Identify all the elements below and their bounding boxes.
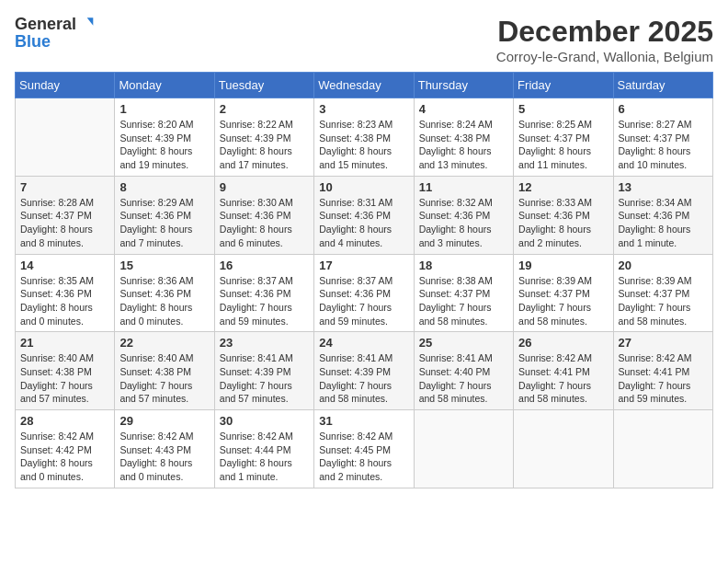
day-number: 6 [619, 102, 708, 116]
day-info: Sunrise: 8:42 AM Sunset: 4:44 PM Dayligh… [220, 430, 309, 484]
day-number: 24 [319, 336, 408, 350]
day-number: 29 [119, 414, 209, 428]
day-of-week-header: Sunday [16, 73, 115, 98]
day-number: 23 [220, 336, 309, 350]
day-number: 1 [119, 102, 209, 116]
day-info: Sunrise: 8:23 AM Sunset: 4:38 PM Dayligh… [319, 118, 408, 172]
calendar-cell [16, 98, 115, 177]
calendar-cell [414, 410, 513, 488]
day-info: Sunrise: 8:30 AM Sunset: 4:36 PM Dayligh… [220, 196, 309, 250]
calendar-cell: 28Sunrise: 8:42 AM Sunset: 4:42 PM Dayli… [16, 410, 115, 488]
day-number: 8 [119, 180, 209, 194]
day-info: Sunrise: 8:28 AM Sunset: 4:37 PM Dayligh… [20, 196, 109, 250]
calendar-week-row: 7Sunrise: 8:28 AM Sunset: 4:37 PM Daylig… [16, 176, 713, 254]
logo-text-blue: Blue [15, 32, 51, 51]
calendar-cell: 17Sunrise: 8:37 AM Sunset: 4:36 PM Dayli… [314, 254, 414, 332]
day-number: 5 [518, 102, 608, 116]
day-number: 13 [619, 180, 708, 194]
calendar-cell: 11Sunrise: 8:32 AM Sunset: 4:36 PM Dayli… [414, 176, 513, 254]
calendar-title: December 2025 [496, 15, 713, 49]
day-of-week-header: Tuesday [214, 73, 313, 98]
calendar-cell: 3Sunrise: 8:23 AM Sunset: 4:38 PM Daylig… [314, 98, 414, 177]
day-info: Sunrise: 8:39 AM Sunset: 4:37 PM Dayligh… [619, 274, 708, 328]
day-number: 30 [220, 414, 309, 428]
calendar-cell: 7Sunrise: 8:28 AM Sunset: 4:37 PM Daylig… [16, 176, 115, 254]
calendar-cell: 23Sunrise: 8:41 AM Sunset: 4:39 PM Dayli… [214, 332, 313, 410]
day-info: Sunrise: 8:41 AM Sunset: 4:39 PM Dayligh… [220, 351, 309, 406]
calendar-cell: 31Sunrise: 8:42 AM Sunset: 4:45 PM Dayli… [314, 410, 414, 488]
day-number: 25 [419, 336, 508, 350]
calendar-cell: 5Sunrise: 8:25 AM Sunset: 4:37 PM Daylig… [514, 98, 613, 177]
calendar-cell: 14Sunrise: 8:35 AM Sunset: 4:36 PM Dayli… [16, 254, 115, 332]
day-info: Sunrise: 8:41 AM Sunset: 4:39 PM Dayligh… [319, 351, 408, 406]
day-number: 20 [619, 259, 708, 272]
day-number: 2 [220, 102, 309, 116]
calendar-cell: 13Sunrise: 8:34 AM Sunset: 4:36 PM Dayli… [613, 176, 712, 254]
day-info: Sunrise: 8:33 AM Sunset: 4:36 PM Dayligh… [518, 196, 608, 250]
day-number: 11 [419, 180, 508, 194]
day-number: 17 [319, 259, 408, 272]
calendar-cell: 22Sunrise: 8:40 AM Sunset: 4:38 PM Dayli… [115, 332, 214, 410]
logo-icon [76, 15, 95, 33]
day-info: Sunrise: 8:41 AM Sunset: 4:40 PM Dayligh… [419, 351, 508, 406]
day-number: 4 [419, 102, 508, 116]
calendar-week-row: 21Sunrise: 8:40 AM Sunset: 4:38 PM Dayli… [16, 332, 713, 410]
calendar-cell: 30Sunrise: 8:42 AM Sunset: 4:44 PM Dayli… [214, 410, 313, 488]
calendar-cell: 8Sunrise: 8:29 AM Sunset: 4:36 PM Daylig… [115, 176, 214, 254]
day-number: 28 [20, 414, 109, 428]
day-number: 16 [220, 259, 309, 272]
day-number: 19 [518, 259, 608, 272]
calendar-cell: 19Sunrise: 8:39 AM Sunset: 4:37 PM Dayli… [514, 254, 613, 332]
calendar-cell: 21Sunrise: 8:40 AM Sunset: 4:38 PM Dayli… [16, 332, 115, 410]
day-number: 31 [319, 414, 408, 428]
logo: General Blue [15, 15, 95, 51]
calendar-cell: 15Sunrise: 8:36 AM Sunset: 4:36 PM Dayli… [115, 254, 214, 332]
calendar-cell: 9Sunrise: 8:30 AM Sunset: 4:36 PM Daylig… [214, 176, 313, 254]
calendar-cell: 27Sunrise: 8:42 AM Sunset: 4:41 PM Dayli… [613, 332, 712, 410]
day-info: Sunrise: 8:24 AM Sunset: 4:38 PM Dayligh… [419, 118, 508, 172]
day-number: 3 [319, 102, 408, 116]
calendar-cell: 4Sunrise: 8:24 AM Sunset: 4:38 PM Daylig… [414, 98, 513, 177]
day-number: 12 [518, 180, 608, 194]
day-number: 15 [119, 259, 209, 272]
calendar-week-row: 28Sunrise: 8:42 AM Sunset: 4:42 PM Dayli… [16, 410, 713, 488]
day-number: 9 [220, 180, 309, 194]
calendar-cell: 2Sunrise: 8:22 AM Sunset: 4:39 PM Daylig… [214, 98, 313, 177]
calendar-cell: 24Sunrise: 8:41 AM Sunset: 4:39 PM Dayli… [314, 332, 414, 410]
day-info: Sunrise: 8:31 AM Sunset: 4:36 PM Dayligh… [319, 196, 408, 250]
day-info: Sunrise: 8:27 AM Sunset: 4:37 PM Dayligh… [619, 118, 708, 172]
calendar-header-row: SundayMondayTuesdayWednesdayThursdayFrid… [16, 73, 713, 98]
day-info: Sunrise: 8:29 AM Sunset: 4:36 PM Dayligh… [119, 196, 209, 250]
day-info: Sunrise: 8:42 AM Sunset: 4:41 PM Dayligh… [518, 351, 608, 406]
day-info: Sunrise: 8:39 AM Sunset: 4:37 PM Dayligh… [518, 274, 608, 328]
day-of-week-header: Monday [115, 73, 214, 98]
calendar-cell: 1Sunrise: 8:20 AM Sunset: 4:39 PM Daylig… [115, 98, 214, 177]
day-number: 22 [119, 336, 209, 350]
calendar-cell: 25Sunrise: 8:41 AM Sunset: 4:40 PM Dayli… [414, 332, 513, 410]
calendar-cell [613, 410, 712, 488]
calendar-week-row: 1Sunrise: 8:20 AM Sunset: 4:39 PM Daylig… [16, 98, 713, 177]
day-info: Sunrise: 8:32 AM Sunset: 4:36 PM Dayligh… [419, 196, 508, 250]
day-number: 18 [419, 259, 508, 272]
day-number: 14 [20, 259, 109, 272]
day-info: Sunrise: 8:40 AM Sunset: 4:38 PM Dayligh… [20, 351, 109, 406]
day-of-week-header: Friday [514, 73, 613, 98]
day-info: Sunrise: 8:20 AM Sunset: 4:39 PM Dayligh… [119, 118, 209, 172]
calendar-cell: 18Sunrise: 8:38 AM Sunset: 4:37 PM Dayli… [414, 254, 513, 332]
day-of-week-header: Saturday [613, 73, 712, 98]
title-block: December 2025 Corroy-le-Grand, Wallonia,… [496, 15, 713, 64]
calendar-cell [514, 410, 613, 488]
calendar-cell: 12Sunrise: 8:33 AM Sunset: 4:36 PM Dayli… [514, 176, 613, 254]
calendar-cell: 6Sunrise: 8:27 AM Sunset: 4:37 PM Daylig… [613, 98, 712, 177]
calendar-cell: 20Sunrise: 8:39 AM Sunset: 4:37 PM Dayli… [613, 254, 712, 332]
calendar-cell: 16Sunrise: 8:37 AM Sunset: 4:36 PM Dayli… [214, 254, 313, 332]
calendar-table: SundayMondayTuesdayWednesdayThursdayFrid… [15, 72, 713, 488]
day-info: Sunrise: 8:42 AM Sunset: 4:41 PM Dayligh… [619, 351, 708, 406]
day-number: 21 [20, 336, 109, 350]
day-info: Sunrise: 8:25 AM Sunset: 4:37 PM Dayligh… [518, 118, 608, 172]
day-of-week-header: Wednesday [314, 73, 414, 98]
calendar-week-row: 14Sunrise: 8:35 AM Sunset: 4:36 PM Dayli… [16, 254, 713, 332]
calendar-cell: 10Sunrise: 8:31 AM Sunset: 4:36 PM Dayli… [314, 176, 414, 254]
day-info: Sunrise: 8:34 AM Sunset: 4:36 PM Dayligh… [619, 196, 708, 250]
calendar-cell: 26Sunrise: 8:42 AM Sunset: 4:41 PM Dayli… [514, 332, 613, 410]
